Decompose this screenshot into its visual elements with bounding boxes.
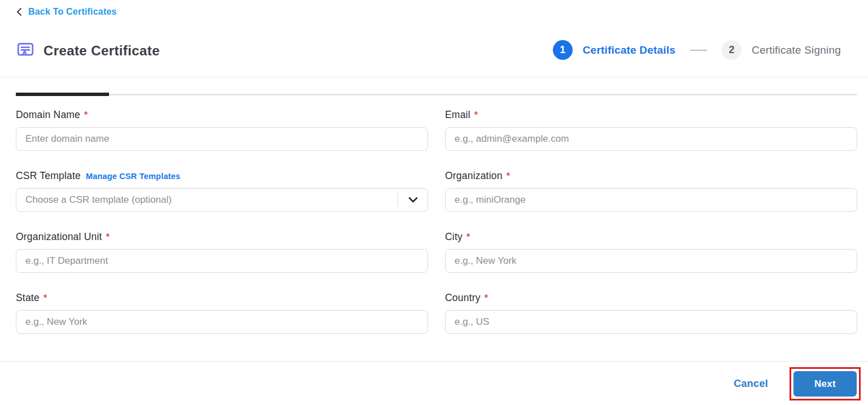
cancel-button[interactable]: Cancel <box>734 378 768 390</box>
field-organization: Organization * <box>445 170 857 212</box>
required-asterisk: * <box>43 293 47 303</box>
email-input[interactable] <box>445 127 857 151</box>
step-connector <box>690 50 707 51</box>
organization-label: Organization <box>445 170 503 182</box>
required-asterisk: * <box>84 110 88 120</box>
annotation-highlight-box: Next <box>790 367 861 400</box>
field-country: Country * <box>445 292 857 334</box>
state-input[interactable] <box>16 310 428 334</box>
step-certificate-signing[interactable]: 2 Certificate Signing <box>722 40 841 60</box>
field-csr-template: CSR Template Manage CSR Templates Choose… <box>16 170 428 212</box>
country-label: Country <box>445 292 481 304</box>
city-label: City <box>445 231 463 243</box>
footer-divider <box>0 361 868 362</box>
chevron-down-icon <box>398 197 428 203</box>
step-certificate-details[interactable]: 1 Certificate Details <box>553 40 675 60</box>
organizational-unit-label: Organizational Unit <box>16 231 102 243</box>
wizard-stepper: 1 Certificate Details 2 Certificate Sign… <box>553 40 841 60</box>
csr-template-select-value: Choose a CSR template (optional) <box>16 194 398 206</box>
field-email: Email * <box>445 109 857 151</box>
email-label: Email <box>445 109 470 121</box>
header-divider <box>0 77 868 77</box>
page-title: Create Certificate <box>43 43 160 59</box>
chevron-left-icon <box>16 7 22 16</box>
progress-track <box>16 94 857 95</box>
step-1-number: 1 <box>553 40 573 60</box>
back-to-certificates-link[interactable]: Back To Certificates <box>16 7 117 17</box>
country-input[interactable] <box>445 310 857 334</box>
certificate-icon <box>16 40 35 59</box>
domain-name-input[interactable] <box>16 127 428 151</box>
domain-name-label: Domain Name <box>16 109 80 121</box>
required-asterisk: * <box>466 232 470 242</box>
step-2-number: 2 <box>722 40 741 60</box>
state-label: State <box>16 292 40 304</box>
progress-active-segment <box>16 93 109 96</box>
organization-input[interactable] <box>445 188 857 212</box>
required-asterisk: * <box>485 293 488 303</box>
csr-template-label: CSR Template <box>16 170 81 182</box>
back-link-label: Back To Certificates <box>28 7 117 17</box>
next-button[interactable]: Next <box>793 371 857 397</box>
field-organizational-unit: Organizational Unit * <box>16 231 428 273</box>
field-city: City * <box>445 231 857 273</box>
manage-csr-templates-link[interactable]: Manage CSR Templates <box>86 172 180 181</box>
organizational-unit-input[interactable] <box>16 249 428 273</box>
required-asterisk: * <box>507 171 510 181</box>
field-domain-name: Domain Name * <box>16 109 428 151</box>
field-state: State * <box>16 292 428 334</box>
certificate-details-form: Domain Name * Email * CSR Template Manag… <box>16 109 857 334</box>
step-1-label: Certificate Details <box>583 44 675 56</box>
create-certificate-page: Back To Certificates Create Certificate … <box>0 0 868 405</box>
city-input[interactable] <box>445 249 857 273</box>
required-asterisk: * <box>474 110 478 120</box>
required-asterisk: * <box>106 232 110 242</box>
csr-template-select[interactable]: Choose a CSR template (optional) <box>16 188 428 212</box>
step-2-label: Certificate Signing <box>752 44 841 56</box>
